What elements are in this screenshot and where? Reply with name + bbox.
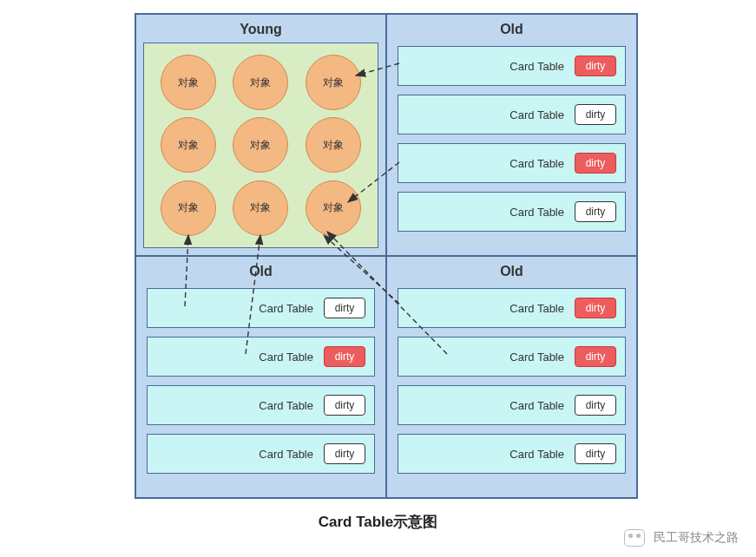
- card-table-label: Card Table: [259, 399, 313, 412]
- memory-grid: Young 对象 对象 对象 对象 对象 对象 对象 对象 对象 Old Car…: [135, 13, 638, 499]
- card-table-label: Card Table: [509, 60, 564, 73]
- card-table-label: Card Table: [509, 108, 564, 121]
- object-circle: 对象: [161, 180, 216, 236]
- object-circle: 对象: [161, 117, 216, 173]
- region-title: Old: [394, 264, 629, 279]
- object-circle: 对象: [233, 117, 288, 173]
- dirty-flag: dirty: [575, 56, 616, 76]
- card-table-list: Card TabledirtyCard TabledirtyCard Table…: [394, 43, 629, 248]
- region-title: Old: [394, 22, 629, 37]
- card-table-label: Card Table: [259, 351, 313, 364]
- young-object-box: 对象 对象 对象 对象 对象 对象 对象 对象 对象: [143, 43, 378, 248]
- region-old-bottom-left: Old Card TabledirtyCard TabledirtyCard T…: [135, 256, 386, 498]
- card-table-label: Card Table: [509, 399, 564, 412]
- card-table-row: Card Tabledirty: [147, 337, 375, 377]
- object-circle: 对象: [306, 55, 361, 110]
- region-old-top-right: Old Card TabledirtyCard TabledirtyCard T…: [386, 14, 637, 256]
- region-young: Young 对象 对象 对象 对象 对象 对象 对象 对象 对象: [135, 14, 386, 256]
- region-title: Young: [143, 22, 378, 37]
- dirty-flag: dirty: [575, 443, 616, 464]
- card-table-label: Card Table: [259, 302, 313, 315]
- dirty-flag: dirty: [575, 346, 616, 367]
- card-table-row: Card Tabledirty: [398, 337, 626, 377]
- dirty-flag: dirty: [324, 443, 365, 464]
- card-table-label: Card Table: [509, 302, 564, 315]
- object-circle: 对象: [306, 180, 361, 236]
- card-table-row: Card Tabledirty: [398, 46, 626, 86]
- card-table-row: Card Tabledirty: [147, 385, 375, 425]
- card-table-row: Card Tabledirty: [398, 434, 626, 474]
- wechat-icon: [624, 529, 645, 547]
- card-table-row: Card Tabledirty: [398, 143, 626, 183]
- dirty-flag: dirty: [575, 395, 616, 416]
- dirty-flag: dirty: [575, 153, 616, 174]
- dirty-flag: dirty: [575, 298, 616, 318]
- card-table-row: Card Tabledirty: [398, 288, 626, 328]
- card-table-row: Card Tabledirty: [398, 385, 626, 425]
- object-circle: 对象: [233, 180, 288, 236]
- card-table-row: Card Tabledirty: [147, 434, 375, 474]
- object-circle: 对象: [233, 55, 288, 110]
- card-table-label: Card Table: [509, 351, 564, 364]
- card-table-list: Card TabledirtyCard TabledirtyCard Table…: [143, 285, 378, 490]
- dirty-flag: dirty: [575, 104, 616, 125]
- watermark: 民工哥技术之路: [624, 529, 739, 547]
- dirty-flag: dirty: [575, 201, 616, 222]
- dirty-flag: dirty: [324, 346, 365, 367]
- dirty-flag: dirty: [324, 395, 365, 416]
- card-table-row: Card Tabledirty: [398, 95, 626, 134]
- card-table-label: Card Table: [509, 448, 564, 461]
- card-table-label: Card Table: [509, 206, 564, 219]
- region-old-bottom-right: Old Card TabledirtyCard TabledirtyCard T…: [386, 256, 637, 498]
- region-title: Old: [143, 264, 378, 279]
- dirty-flag: dirty: [324, 298, 365, 318]
- object-circle: 对象: [161, 55, 216, 110]
- object-circle: 对象: [306, 117, 361, 173]
- card-table-row: Card Tabledirty: [398, 192, 626, 232]
- card-table-label: Card Table: [509, 157, 564, 170]
- card-table-label: Card Table: [259, 448, 313, 461]
- watermark-text: 民工哥技术之路: [654, 530, 739, 546]
- card-table-list: Card TabledirtyCard TabledirtyCard Table…: [394, 285, 629, 490]
- card-table-row: Card Tabledirty: [147, 288, 375, 328]
